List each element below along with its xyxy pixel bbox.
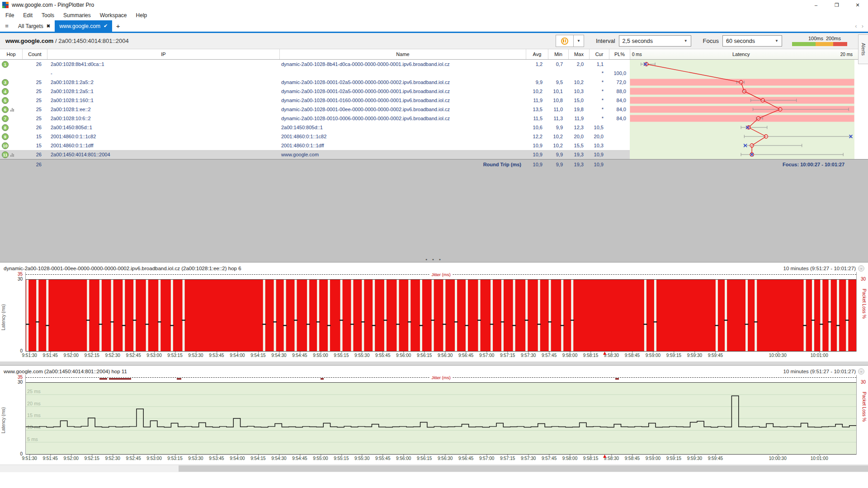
- cell-count: 25: [22, 98, 47, 103]
- cell-ip: -: [47, 70, 279, 76]
- tab-bar: ≡ All Targets ✖ www.google.com ✔ + ‹ ›: [0, 20, 868, 33]
- col-pl[interactable]: PL%: [609, 49, 630, 59]
- x-tick-label: 10:01:00: [811, 353, 828, 358]
- cell-hop: 1: [0, 61, 22, 68]
- cell-name: 2a00:1450:805d::1: [279, 125, 526, 130]
- focus-range-text: Focus: 10:00:27 - 10:01:27: [630, 162, 868, 167]
- packet-loss-axis-label: Packet Loss %: [862, 392, 867, 422]
- cell-ip: 2a00:1028:8b41:d0ca::1: [47, 61, 279, 67]
- col-ip[interactable]: IP: [47, 49, 279, 59]
- focus-select[interactable]: 60 seconds ▼: [722, 35, 782, 47]
- tab-www-google-com[interactable]: www.google.com ✔: [55, 20, 112, 32]
- timeline-marker-icon[interactable]: ▲: [602, 453, 608, 459]
- time-axis: 9:51:309:51:459:52:009:52:159:52:309:52:…: [25, 352, 857, 359]
- graph-range[interactable]: 10 minutes (9:51:27 - 10:01:27): [783, 369, 856, 374]
- horizontal-scrollbar[interactable]: [0, 465, 868, 472]
- x-tick-label: 9:54:00: [230, 456, 245, 461]
- hop-badge: 5: [2, 97, 9, 104]
- latency-plot[interactable]: 25 ms20 ms15 ms10 ms5 ms: [26, 382, 856, 455]
- cell-max: 12,3: [568, 125, 589, 130]
- trace-table: Hop Count IP Name Avg Min Max Cur PL% 0 …: [0, 49, 868, 169]
- interval-label: Interval: [596, 38, 615, 44]
- cell-name: 2001:4860:0:1::1c82: [279, 134, 526, 139]
- latency-graph-header: 0 ms Latency 20 ms: [630, 49, 868, 59]
- minimize-icon[interactable]: –: [806, 0, 826, 10]
- col-count[interactable]: Count: [22, 49, 47, 59]
- cell-min: 0,7: [548, 61, 568, 67]
- cell-count: 15: [22, 134, 47, 139]
- menu-help[interactable]: Help: [132, 10, 152, 20]
- cell-avg: 10,6: [526, 125, 548, 130]
- tab-close-icon[interactable]: ✖: [47, 23, 50, 28]
- app-icon: [2, 2, 9, 8]
- x-tick-label: 9:53:00: [146, 353, 161, 358]
- cell-pl: 84,0: [609, 98, 630, 103]
- x-tick-label: 9:55:30: [354, 456, 369, 461]
- x-tick-label: 10:00:30: [769, 353, 787, 358]
- cell-count: 26: [22, 61, 47, 67]
- cell-min: 10,2: [548, 143, 568, 148]
- cell-cur: *: [589, 98, 609, 103]
- tab-all-targets[interactable]: All Targets ✖: [14, 20, 55, 32]
- x-tick-label: 9:56:45: [458, 456, 473, 461]
- x-tick-label: 9:57:15: [500, 456, 515, 461]
- chevron-down-icon[interactable]: ⌄: [858, 265, 864, 272]
- cell-max: 2,0: [568, 61, 589, 67]
- cell-pl: 72,0: [609, 80, 630, 85]
- pause-dropdown-button[interactable]: ▼: [574, 35, 584, 47]
- x-tick-label: 9:52:15: [84, 456, 99, 461]
- pingplotter-window: www.google.com - PingPlotter Pro – ❐ ✕ F…: [0, 0, 868, 488]
- cell-max: 20,0: [568, 134, 589, 139]
- interval-select[interactable]: 2,5 seconds ▼: [619, 35, 691, 47]
- cell-count: 25: [22, 107, 47, 112]
- menu-tools[interactable]: Tools: [37, 10, 59, 20]
- chevron-right-icon[interactable]: ›: [862, 23, 863, 29]
- col-hop[interactable]: Hop: [0, 49, 22, 59]
- x-tick-label: 9:51:45: [42, 353, 57, 358]
- x-tick-label: 9:59:00: [646, 353, 660, 358]
- chevron-left-icon[interactable]: ‹: [855, 23, 857, 29]
- x-tick-label: 9:53:00: [146, 456, 161, 461]
- maximize-icon[interactable]: ❐: [826, 0, 847, 10]
- hop-badge: 1: [2, 61, 9, 68]
- menu-file[interactable]: File: [0, 10, 19, 20]
- timeline-marker-icon[interactable]: ▲: [602, 350, 608, 356]
- menu-workspace[interactable]: Workspace: [95, 10, 132, 20]
- graph-range[interactable]: 10 minutes (9:51:27 - 10:01:27): [783, 266, 856, 271]
- menu-summaries[interactable]: Summaries: [59, 10, 95, 20]
- cell-ip: 2a00:1028:1:2a5::2: [47, 80, 279, 85]
- col-max[interactable]: Max: [568, 49, 589, 59]
- x-tick-label: 9:59:30: [687, 456, 702, 461]
- packet-loss-axis-label: Packet Loss %: [862, 289, 867, 319]
- chevron-down-icon: ▼: [769, 39, 778, 43]
- x-tick-label: 9:52:45: [126, 456, 141, 461]
- x-tick-label: 9:55:45: [375, 456, 390, 461]
- x-tick-label: 9:58:15: [583, 353, 598, 358]
- close-icon[interactable]: ✕: [847, 0, 868, 10]
- col-name[interactable]: Name: [279, 49, 526, 59]
- hamburger-icon[interactable]: ≡: [0, 20, 14, 32]
- cell-pl: 84,0: [609, 107, 630, 112]
- cell-count: 26: [22, 152, 47, 157]
- x-tick-label: 9:53:30: [188, 353, 203, 358]
- pause-button[interactable]: [556, 35, 574, 47]
- scrollbar-thumb[interactable]: [179, 465, 868, 472]
- cell-name: 2001:4860:0:1::1dff: [279, 143, 526, 148]
- col-avg[interactable]: Avg: [526, 49, 548, 59]
- hop-badge: 9: [2, 133, 9, 140]
- x-tick-label: 9:56:15: [417, 353, 432, 358]
- splitter-handle[interactable]: • • •: [425, 257, 443, 262]
- col-cur[interactable]: Cur: [589, 49, 609, 59]
- panel-separator[interactable]: [0, 361, 868, 365]
- menu-edit[interactable]: Edit: [19, 10, 37, 20]
- chevron-down-icon[interactable]: ⌄: [858, 368, 864, 375]
- cell-hop: 9: [0, 133, 22, 140]
- col-min[interactable]: Min: [548, 49, 568, 59]
- latency-plot[interactable]: [26, 279, 856, 352]
- cell-max: 11,9: [568, 116, 589, 121]
- new-tab-button[interactable]: +: [112, 20, 124, 32]
- target-title: www.google.com / 2a00:1450:4014:801::200…: [5, 38, 129, 44]
- timeline-graph-hop11: www.google.com (2a00:1450:4014:801::2004…: [0, 365, 868, 465]
- cell-ip: 2a00:1028:1:160::1: [47, 98, 279, 103]
- alerts-side-tab[interactable]: Alerts: [858, 34, 868, 64]
